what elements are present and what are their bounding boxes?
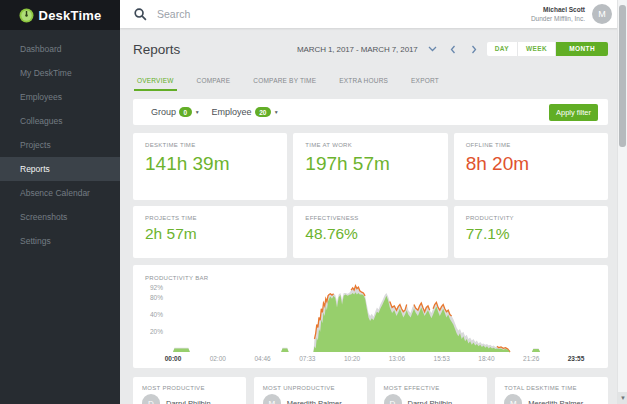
group-filter-label[interactable]: Group: [151, 107, 176, 117]
user-avatar[interactable]: M: [592, 4, 612, 24]
page-title: Reports: [133, 42, 180, 57]
bcard-label: MOST UNPRODUCTIVE: [263, 385, 358, 391]
avatar: M: [504, 394, 522, 404]
avatar: D: [384, 394, 402, 404]
logo[interactable]: DeskTime: [0, 0, 120, 30]
scrollbar[interactable]: ▼: [617, 0, 627, 404]
user-info[interactable]: Michael Scott Dunder Mifflin, Inc.: [531, 5, 585, 23]
stat-value: 77.1%: [466, 225, 596, 243]
stat-label: EFFECTIVENESS: [305, 215, 435, 221]
employee-name[interactable]: Meredith Palmer: [287, 399, 342, 404]
svg-text:20%: 20%: [150, 328, 163, 335]
sidebar: DeskTime Dashboard My DeskTime Employees…: [0, 0, 120, 404]
svg-text:07:33: 07:33: [299, 355, 316, 362]
employee-name[interactable]: Darryl Philbin: [408, 399, 453, 404]
employee-filter-label[interactable]: Employee: [212, 107, 252, 117]
range-toggle: DAY WEEK MONTH: [487, 42, 608, 56]
main: Michael Scott Dunder Mifflin, Inc. M Rep…: [120, 0, 627, 404]
svg-text:18:40: 18:40: [478, 355, 495, 362]
search-icon: [134, 8, 147, 21]
svg-text:80%: 80%: [150, 294, 163, 301]
stat-label: DESKTIME TIME: [145, 142, 275, 148]
group-caret-icon[interactable]: ▼: [195, 109, 200, 115]
employee-name[interactable]: Meredith Palmer: [528, 399, 583, 404]
bcard-label: TOTAL DESKTIME TIME: [504, 385, 599, 391]
range-day-button[interactable]: DAY: [487, 42, 518, 56]
filter-bar: Group 0 ▼ Employee 20 ▼ Apply filter: [133, 99, 608, 125]
app: DeskTime Dashboard My DeskTime Employees…: [0, 0, 627, 404]
stats-row-2: PROJECTS TIME 2h 57m EFFECTIVENESS 48.76…: [133, 206, 608, 258]
sidebar-item-dashboard[interactable]: Dashboard: [0, 37, 120, 61]
apply-filter-button[interactable]: Apply filter: [549, 104, 598, 121]
date-dropdown-icon[interactable]: [428, 46, 437, 52]
svg-text:02:00: 02:00: [210, 355, 227, 362]
prev-period-icon[interactable]: [450, 45, 456, 54]
user-company: Dunder Mifflin, Inc.: [531, 14, 585, 23]
tab-overview[interactable]: OVERVIEW: [134, 77, 177, 91]
svg-text:15:53: 15:53: [434, 355, 451, 362]
sidebar-item-colleagues[interactable]: Colleagues: [0, 109, 120, 133]
employee-name[interactable]: Darryl Philbin: [166, 399, 211, 404]
svg-text:92%: 92%: [150, 284, 163, 291]
stat-card-time-at-work: TIME AT WORK 197h 57m: [293, 133, 447, 200]
productivity-bar-chart[interactable]: 92%80%40%20%00:0002:0004:4607:3310:2013:…: [133, 265, 602, 368]
svg-text:13:06: 13:06: [389, 355, 406, 362]
card-most-unproductive: MOST UNPRODUCTIVE M Meredith Palmer: [254, 377, 367, 404]
svg-text:21:26: 21:26: [523, 355, 540, 362]
sidebar-item-absence-calendar[interactable]: Absence Calendar: [0, 181, 120, 205]
scrollbar-down-arrow[interactable]: ▼: [618, 392, 627, 404]
svg-text:10:20: 10:20: [344, 355, 361, 362]
stat-label: TIME AT WORK: [305, 142, 435, 148]
card-most-productive: MOST PRODUCTIVE D Darryl Philbin: [133, 377, 246, 404]
stat-value: 2h 57m: [145, 225, 275, 243]
stat-card-offline-time: OFFLINE TIME 8h 20m: [454, 133, 608, 200]
next-period-icon[interactable]: [471, 45, 477, 54]
group-count-badge: 0: [179, 107, 192, 117]
user-name: Michael Scott: [531, 5, 585, 14]
employee-caret-icon[interactable]: ▼: [274, 109, 279, 115]
productivity-bar-card: PRODUCTIVITY BAR 92%80%40%20%00:0002:000…: [133, 265, 608, 368]
stat-card-desktime-time: DESKTIME TIME 141h 39m: [133, 133, 287, 200]
content: Reports MARCH 1, 2017 - MARCH 7, 2017 DA…: [120, 28, 627, 404]
svg-text:04:46: 04:46: [254, 355, 271, 362]
logo-text: DeskTime: [39, 8, 102, 23]
sidebar-item-my-desktime[interactable]: My DeskTime: [0, 61, 120, 85]
sidebar-item-screenshots[interactable]: Screenshots: [0, 205, 120, 229]
card-total-desktime-time: TOTAL DESKTIME TIME M Meredith Palmer: [495, 377, 608, 404]
stat-card-effectiveness: EFFECTIVENESS 48.76%: [293, 206, 447, 258]
sidebar-item-projects[interactable]: Projects: [0, 133, 120, 157]
stat-label: PROJECTS TIME: [145, 215, 275, 221]
avatar: D: [142, 394, 160, 404]
stat-card-projects-time: PROJECTS TIME 2h 57m: [133, 206, 287, 258]
tab-compare[interactable]: COMPARE: [194, 77, 234, 89]
tab-export[interactable]: EXPORT: [408, 77, 442, 89]
tab-extra-hours[interactable]: EXTRA HOURS: [336, 77, 391, 89]
date-range[interactable]: MARCH 1, 2017 - MARCH 7, 2017: [297, 45, 418, 54]
tabs: OVERVIEW COMPARE COMPARE BY TIME EXTRA H…: [133, 70, 608, 99]
sidebar-item-employees[interactable]: Employees: [0, 85, 120, 109]
svg-text:23:55: 23:55: [568, 355, 585, 362]
bcard-label: MOST PRODUCTIVE: [142, 385, 237, 391]
stat-label: PRODUCTIVITY: [466, 215, 596, 221]
range-week-button[interactable]: WEEK: [518, 42, 556, 56]
employee-count-badge: 20: [255, 107, 271, 117]
scrollbar-thumb[interactable]: [619, 5, 626, 147]
tab-compare-by-time[interactable]: COMPARE BY TIME: [250, 77, 319, 89]
search-input[interactable]: [157, 8, 531, 20]
stat-value: 141h 39m: [145, 153, 275, 175]
stat-value: 197h 57m: [305, 153, 435, 175]
stats-row-1: DESKTIME TIME 141h 39m TIME AT WORK 197h…: [133, 133, 608, 200]
svg-text:00:00: 00:00: [165, 355, 182, 362]
stat-label: OFFLINE TIME: [466, 142, 596, 148]
stat-value: 48.76%: [305, 225, 435, 243]
stat-value: 8h 20m: [466, 153, 596, 175]
bottom-cards: MOST PRODUCTIVE D Darryl Philbin MOST UN…: [133, 377, 608, 404]
sidebar-item-reports[interactable]: Reports: [0, 157, 120, 181]
sidebar-item-settings[interactable]: Settings: [0, 229, 120, 253]
card-most-effective: MOST EFFECTIVE D Darryl Philbin: [375, 377, 488, 404]
page-header: Reports MARCH 1, 2017 - MARCH 7, 2017 DA…: [133, 28, 608, 70]
svg-text:40%: 40%: [150, 311, 163, 318]
topbar: Michael Scott Dunder Mifflin, Inc. M: [120, 0, 627, 28]
range-month-button[interactable]: MONTH: [556, 42, 608, 56]
stat-card-productivity: PRODUCTIVITY 77.1%: [454, 206, 608, 258]
